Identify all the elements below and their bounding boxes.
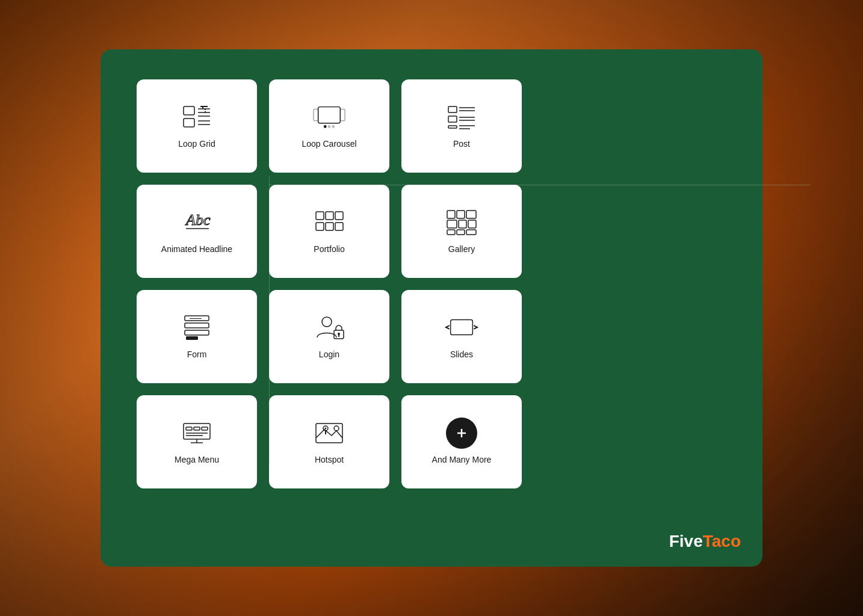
svg-rect-31 [447,211,455,218]
card-hotspot[interactable]: Hotspot [269,395,389,488]
svg-rect-4 [184,119,194,127]
brand-name-part1: Five [669,532,703,550]
svg-rect-54 [194,427,200,430]
card-login[interactable]: Login [269,290,389,383]
card-mega-menu[interactable]: Mega Menu [137,395,257,488]
hotspot-icon [312,420,346,446]
loop-grid-label: Loop Grid [178,139,215,149]
svg-rect-44 [190,318,202,319]
portfolio-label: Portfolio [314,244,344,254]
svg-rect-0 [184,106,194,115]
brand-logo: FiveTaco [669,532,741,551]
widget-grid: Loop Grid Loop Carousel [137,79,726,488]
svg-rect-27 [335,212,343,220]
svg-rect-29 [326,223,333,230]
login-label: Login [319,350,339,359]
card-animated-headline[interactable]: Abc Animated Headline [137,185,257,278]
svg-rect-35 [459,220,466,228]
loop-carousel-icon [312,104,346,131]
gallery-icon [445,209,478,236]
card-portfolio[interactable]: Portfolio [269,185,389,278]
svg-rect-39 [466,230,476,235]
card-post[interactable]: Post [401,79,522,173]
login-icon [312,315,346,341]
svg-rect-38 [457,230,465,235]
brand-name-part2: Taco [703,532,741,550]
svg-rect-14 [448,106,457,112]
svg-rect-10 [340,109,345,120]
form-icon [180,315,214,341]
hotspot-label: Hotspot [315,455,344,464]
main-panel: Loop Grid Loop Carousel [101,49,762,567]
slides-icon [445,315,478,341]
svg-rect-37 [447,230,455,235]
svg-rect-43 [186,336,198,340]
svg-rect-28 [316,223,324,230]
gallery-label: Gallery [448,244,475,254]
animated-headline-icon: Abc [180,209,214,236]
svg-rect-20 [448,126,457,128]
svg-rect-41 [185,323,209,328]
svg-point-13 [332,125,335,128]
plus-icon [445,420,478,446]
svg-rect-49 [451,319,473,334]
mega-menu-label: Mega Menu [175,455,219,464]
card-loop-grid[interactable]: Loop Grid [137,79,257,173]
portfolio-icon [312,209,346,236]
loop-grid-icon [180,104,214,131]
svg-rect-33 [466,211,476,218]
svg-point-12 [328,125,331,128]
card-slides[interactable]: Slides [401,290,522,383]
post-label: Post [453,139,470,149]
post-icon [445,104,478,131]
svg-rect-9 [314,109,318,120]
svg-rect-30 [335,223,343,230]
svg-point-11 [324,125,327,128]
svg-point-62 [325,427,327,429]
slides-label: Slides [450,350,473,359]
svg-rect-8 [318,106,341,123]
divider-line [540,185,811,185]
card-and-many-more[interactable]: And Many More [401,395,522,488]
card-gallery[interactable]: Gallery [401,185,522,278]
loop-carousel-label: Loop Carousel [302,139,356,149]
svg-point-47 [338,333,340,335]
svg-rect-50 [184,424,210,439]
and-many-more-label: And Many More [432,455,492,464]
svg-rect-53 [186,427,192,430]
svg-rect-17 [448,116,457,122]
svg-rect-42 [185,330,209,335]
svg-text:Abc: Abc [185,211,211,229]
svg-rect-34 [447,220,457,228]
mega-menu-icon [180,420,214,446]
svg-rect-36 [468,220,476,228]
svg-point-45 [322,317,332,327]
svg-rect-26 [326,212,333,220]
svg-rect-32 [457,211,465,218]
card-loop-carousel[interactable]: Loop Carousel [269,79,389,173]
svg-rect-25 [316,212,324,220]
card-form[interactable]: Form [137,290,257,383]
form-label: Form [187,350,207,359]
animated-headline-label: Animated Headline [161,244,232,254]
svg-rect-55 [202,427,208,430]
svg-point-59 [334,426,339,431]
